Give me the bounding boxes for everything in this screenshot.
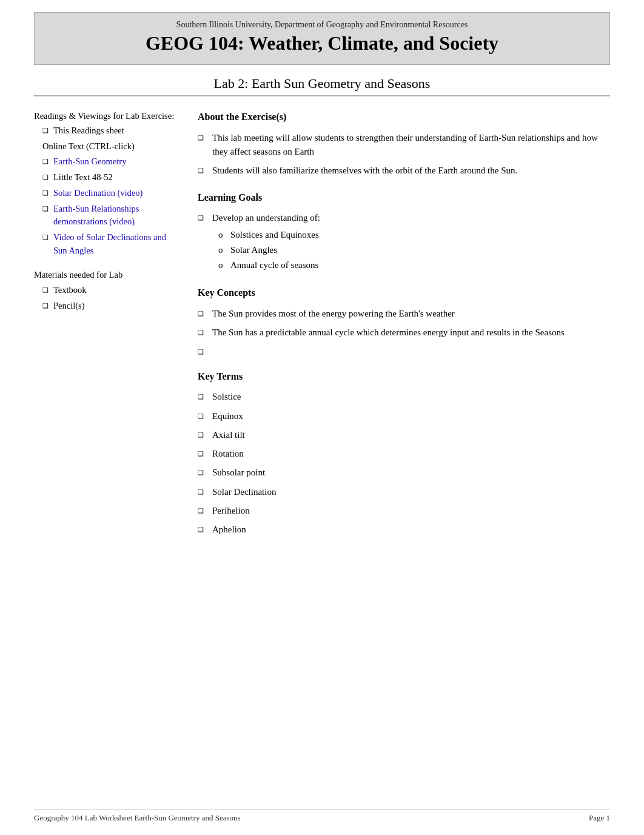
- bullet-icon: ❑: [198, 411, 212, 421]
- little-text-label: Little Text 48-52: [53, 171, 113, 184]
- key-term-2: ❑ Axial tilt: [198, 428, 610, 442]
- key-concept-text-0: The Sun provides most of the energy powe…: [212, 307, 610, 321]
- about-heading: About the Exercise(s): [198, 110, 610, 125]
- bullet-icon: ❑: [42, 188, 53, 198]
- key-concept-text-1: The Sun has a predictable annual cycle w…: [212, 326, 610, 340]
- bullet-icon: ❑: [198, 327, 212, 338]
- bullet-icon: ❑: [198, 468, 212, 478]
- bullet-icon: ❑: [42, 232, 53, 243]
- bullet-icon: ❑: [198, 430, 212, 440]
- textbook-label: Textbook: [53, 284, 87, 297]
- bullet-icon: ❑: [198, 392, 212, 402]
- bullet-icon: ❑: [198, 487, 212, 497]
- learning-text-0: Develop an understanding of: Solstices a…: [212, 211, 610, 273]
- sub-item-solar-angles: Solar Angles: [218, 243, 610, 257]
- footer-left: Geography 104 Lab Worksheet Earth-Sun Ge…: [34, 813, 241, 823]
- video-solar-declinations-link[interactable]: Video of Solar Declinations and Sun Angl…: [53, 231, 179, 258]
- this-readings-label: This Readings sheet: [53, 124, 124, 138]
- bullet-icon: ❑: [198, 449, 212, 459]
- bullet-icon: ❑: [42, 156, 53, 167]
- about-text-0: This lab meeting will allow students to …: [212, 131, 610, 159]
- materials-pencil: ❑ Pencil(s): [42, 300, 179, 313]
- about-item-0: ❑ This lab meeting will allow students t…: [198, 131, 610, 159]
- key-terms-heading: Key Terms: [198, 369, 610, 384]
- key-term-0: ❑ Solstice: [198, 390, 610, 404]
- sub-item-annual-cycle: Annual cycle of seasons: [218, 258, 610, 272]
- online-text-label: Online Text (CTRL-click): [42, 140, 179, 153]
- key-term-text-7: Aphelion: [212, 523, 610, 537]
- bullet-icon: ❑: [198, 309, 212, 319]
- key-term-1: ❑ Equinox: [198, 409, 610, 423]
- bullet-icon: ❑: [198, 133, 212, 143]
- key-term-text-2: Axial tilt: [212, 428, 610, 442]
- learning-item-0: ❑ Develop an understanding of: Solstices…: [198, 211, 610, 273]
- materials-list: ❑ Textbook ❑ Pencil(s): [34, 284, 179, 313]
- key-concept-2: ❑: [198, 345, 610, 357]
- header-title: GEOG 104: Weather, Climate, and Society: [47, 32, 597, 55]
- earth-sun-geometry-link[interactable]: Earth-Sun Geometry: [53, 155, 126, 169]
- header-subtitle: Southern Illinois University, Department…: [47, 20, 597, 30]
- bullet-icon: ❑: [42, 172, 53, 183]
- bullet-icon: ❑: [198, 347, 212, 357]
- link-item-2: ❑ Solar Declination (video): [42, 187, 179, 200]
- link-item-0: ❑ Earth-Sun Geometry: [42, 155, 179, 169]
- left-column: Readings & Viewings for Lab Exercise: ❑ …: [34, 110, 179, 549]
- sub-item-solstices: Solstices and Equinoxes: [218, 228, 610, 242]
- readings-list: ❑ This Readings sheet Online Text (CTRL-…: [34, 124, 179, 258]
- key-term-text-3: Rotation: [212, 447, 610, 461]
- about-text-1: Students will also familiarize themselve…: [212, 164, 610, 178]
- earth-sun-relationships-link[interactable]: Earth-Sun Relationships demonstrations (…: [53, 203, 179, 229]
- materials-textbook: ❑ Textbook: [42, 284, 179, 297]
- key-term-text-6: Perihelion: [212, 504, 610, 518]
- link-item-4: ❑ Video of Solar Declinations and Sun An…: [42, 231, 179, 258]
- materials-section: Materials needed for Lab ❑ Textbook ❑ Pe…: [34, 269, 179, 313]
- key-term-6: ❑ Perihelion: [198, 504, 610, 518]
- footer-right: Page 1: [589, 813, 610, 823]
- bullet-icon: ❑: [42, 204, 53, 214]
- bullet-icon: ❑: [42, 126, 53, 136]
- key-term-text-0: Solstice: [212, 390, 610, 404]
- bullet-icon: ❑: [42, 285, 53, 295]
- about-item-1: ❑ Students will also familiarize themsel…: [198, 164, 610, 178]
- pencil-label: Pencil(s): [53, 300, 85, 313]
- link-item-3: ❑ Earth-Sun Relationships demonstrations…: [42, 203, 179, 229]
- footer: Geography 104 Lab Worksheet Earth-Sun Ge…: [34, 809, 610, 823]
- main-content: Readings & Viewings for Lab Exercise: ❑ …: [34, 100, 610, 549]
- bullet-icon: ❑: [198, 166, 212, 176]
- solar-declination-link[interactable]: Solar Declination (video): [53, 187, 143, 200]
- key-concept-1: ❑ The Sun has a predictable annual cycle…: [198, 326, 610, 340]
- lab-title: Lab 2: Earth Sun Geometry and Seasons: [34, 76, 610, 96]
- bullet-icon: ❑: [198, 525, 212, 535]
- bullet-icon: ❑: [42, 301, 53, 311]
- about-section: About the Exercise(s) ❑ This lab meeting…: [198, 110, 610, 178]
- learning-sub-list: Solstices and Equinoxes Solar Angles Ann…: [212, 228, 610, 273]
- right-column: About the Exercise(s) ❑ This lab meeting…: [198, 110, 610, 549]
- bullet-icon: ❑: [198, 213, 212, 223]
- readings-title: Readings & Viewings for Lab Exercise:: [34, 110, 179, 123]
- learning-heading: Learning Goals: [198, 190, 610, 206]
- key-concepts-heading: Key Concepts: [198, 286, 610, 301]
- key-term-4: ❑ Subsolar point: [198, 466, 610, 480]
- key-term-5: ❑ Solar Declination: [198, 485, 610, 499]
- materials-title: Materials needed for Lab: [34, 269, 179, 282]
- key-term-text-1: Equinox: [212, 409, 610, 423]
- key-term-text-5: Solar Declination: [212, 485, 610, 499]
- learning-section: Learning Goals ❑ Develop an understandin…: [198, 190, 610, 274]
- link-item-1: ❑ Little Text 48-52: [42, 171, 179, 184]
- key-term-3: ❑ Rotation: [198, 447, 610, 461]
- key-terms-section: Key Terms ❑ Solstice ❑ Equinox ❑ Axial t…: [198, 369, 610, 537]
- key-term-text-4: Subsolar point: [212, 466, 610, 480]
- key-concept-0: ❑ The Sun provides most of the energy po…: [198, 307, 610, 321]
- bullet-icon: ❑: [198, 506, 212, 516]
- key-concepts-section: Key Concepts ❑ The Sun provides most of …: [198, 286, 610, 357]
- header-box: Southern Illinois University, Department…: [34, 12, 610, 65]
- this-readings-item: ❑ This Readings sheet: [42, 124, 179, 138]
- key-terms-list: ❑ Solstice ❑ Equinox ❑ Axial tilt ❑ Rota…: [198, 390, 610, 537]
- key-term-7: ❑ Aphelion: [198, 523, 610, 537]
